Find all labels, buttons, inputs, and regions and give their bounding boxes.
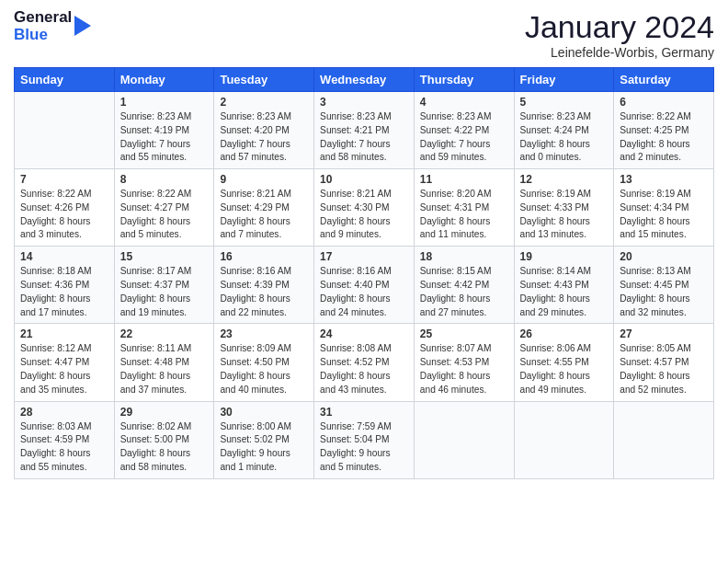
calendar-week-row: 21Sunrise: 8:12 AMSunset: 4:47 PMDayligh…: [15, 324, 714, 401]
cell-content: Sunrise: 8:20 AMSunset: 4:31 PMDaylight:…: [420, 188, 508, 242]
day-number: 12: [520, 173, 609, 186]
calendar-cell: 29Sunrise: 8:02 AMSunset: 5:00 PMDayligh…: [114, 401, 214, 478]
cell-content: Sunrise: 8:21 AMSunset: 4:30 PMDaylight:…: [320, 188, 408, 242]
calendar-cell: 11Sunrise: 8:20 AMSunset: 4:31 PMDayligh…: [414, 169, 514, 247]
page-container: General Blue January 2024 Leinefelde-Wor…: [0, 0, 728, 488]
day-number: 20: [620, 250, 708, 263]
day-number: 31: [320, 406, 408, 419]
day-number: 9: [220, 173, 308, 186]
calendar-cell: 4Sunrise: 8:23 AMSunset: 4:22 PMDaylight…: [414, 92, 514, 169]
day-number: 7: [20, 173, 108, 186]
calendar-cell: [414, 401, 514, 478]
cell-content: Sunrise: 8:23 AMSunset: 4:19 PMDaylight:…: [120, 110, 209, 165]
calendar-cell: 23Sunrise: 8:09 AMSunset: 4:50 PMDayligh…: [214, 324, 314, 401]
cell-content: Sunrise: 8:03 AMSunset: 4:59 PMDaylight:…: [20, 420, 108, 475]
cell-content: Sunrise: 8:23 AMSunset: 4:20 PMDaylight:…: [220, 110, 308, 165]
cell-content: Sunrise: 8:00 AMSunset: 5:02 PMDaylight:…: [220, 420, 308, 475]
day-number: 29: [120, 406, 209, 419]
calendar-week-row: 7Sunrise: 8:22 AMSunset: 4:26 PMDaylight…: [15, 169, 714, 247]
col-header-saturday: Saturday: [614, 68, 714, 92]
cell-content: Sunrise: 8:18 AMSunset: 4:36 PMDaylight:…: [20, 265, 108, 319]
logo: General Blue: [14, 9, 91, 43]
day-number: 22: [120, 327, 209, 340]
calendar-cell: 12Sunrise: 8:19 AMSunset: 4:33 PMDayligh…: [514, 169, 614, 247]
calendar-cell: 31Sunrise: 7:59 AMSunset: 5:04 PMDayligh…: [314, 401, 415, 478]
calendar-cell: 25Sunrise: 8:07 AMSunset: 4:53 PMDayligh…: [414, 324, 514, 401]
calendar-cell: 22Sunrise: 8:11 AMSunset: 4:48 PMDayligh…: [114, 324, 214, 401]
day-number: 10: [320, 173, 408, 186]
calendar-cell: 1Sunrise: 8:23 AMSunset: 4:19 PMDaylight…: [114, 92, 214, 169]
calendar-cell: 21Sunrise: 8:12 AMSunset: 4:47 PMDayligh…: [15, 324, 115, 401]
calendar-cell: 14Sunrise: 8:18 AMSunset: 4:36 PMDayligh…: [15, 247, 115, 324]
cell-content: Sunrise: 8:22 AMSunset: 4:27 PMDaylight:…: [120, 188, 209, 242]
logo-arrow-icon: [74, 16, 91, 36]
cell-content: Sunrise: 8:06 AMSunset: 4:55 PMDaylight:…: [520, 342, 609, 396]
cell-content: Sunrise: 8:13 AMSunset: 4:45 PMDaylight:…: [620, 265, 708, 319]
day-number: 15: [120, 250, 209, 263]
calendar-cell: 19Sunrise: 8:14 AMSunset: 4:43 PMDayligh…: [514, 247, 614, 324]
title-area: January 2024 Leinefelde-Worbis, Germany: [525, 9, 714, 60]
day-number: 3: [320, 96, 408, 109]
day-number: 17: [320, 250, 408, 263]
cell-content: Sunrise: 7:59 AMSunset: 5:04 PMDaylight:…: [320, 420, 408, 475]
calendar-cell: 6Sunrise: 8:22 AMSunset: 4:25 PMDaylight…: [614, 92, 714, 169]
cell-content: Sunrise: 8:15 AMSunset: 4:42 PMDaylight:…: [420, 265, 508, 319]
calendar-cell: 13Sunrise: 8:19 AMSunset: 4:34 PMDayligh…: [614, 169, 714, 247]
col-header-monday: Monday: [114, 68, 214, 92]
day-number: 1: [120, 96, 209, 109]
svg-marker-0: [74, 16, 91, 36]
cell-content: Sunrise: 8:23 AMSunset: 4:24 PMDaylight:…: [520, 110, 609, 165]
calendar-cell: [15, 92, 115, 169]
col-header-wednesday: Wednesday: [314, 68, 415, 92]
calendar-cell: [614, 401, 714, 478]
day-number: 19: [520, 250, 609, 263]
location-subtitle: Leinefelde-Worbis, Germany: [525, 45, 714, 60]
calendar-cell: 27Sunrise: 8:05 AMSunset: 4:57 PMDayligh…: [614, 324, 714, 401]
day-number: 11: [420, 173, 508, 186]
day-number: 23: [220, 327, 308, 340]
calendar-cell: 20Sunrise: 8:13 AMSunset: 4:45 PMDayligh…: [614, 247, 714, 324]
calendar-week-row: 1Sunrise: 8:23 AMSunset: 4:19 PMDaylight…: [15, 92, 714, 169]
calendar-cell: 16Sunrise: 8:16 AMSunset: 4:39 PMDayligh…: [214, 247, 314, 324]
calendar-cell: 26Sunrise: 8:06 AMSunset: 4:55 PMDayligh…: [514, 324, 614, 401]
calendar-cell: 10Sunrise: 8:21 AMSunset: 4:30 PMDayligh…: [314, 169, 415, 247]
cell-content: Sunrise: 8:19 AMSunset: 4:34 PMDaylight:…: [620, 188, 708, 242]
day-number: 13: [620, 173, 708, 186]
cell-content: Sunrise: 8:19 AMSunset: 4:33 PMDaylight:…: [520, 188, 609, 242]
cell-content: Sunrise: 8:14 AMSunset: 4:43 PMDaylight:…: [520, 265, 609, 319]
cell-content: Sunrise: 8:08 AMSunset: 4:52 PMDaylight:…: [320, 342, 408, 396]
calendar-cell: 2Sunrise: 8:23 AMSunset: 4:20 PMDaylight…: [214, 92, 314, 169]
cell-content: Sunrise: 8:05 AMSunset: 4:57 PMDaylight:…: [620, 342, 708, 396]
day-number: 26: [520, 327, 609, 340]
cell-content: Sunrise: 8:23 AMSunset: 4:22 PMDaylight:…: [420, 110, 508, 165]
day-number: 8: [120, 173, 209, 186]
calendar-week-row: 28Sunrise: 8:03 AMSunset: 4:59 PMDayligh…: [15, 401, 714, 478]
day-number: 18: [420, 250, 508, 263]
cell-content: Sunrise: 8:09 AMSunset: 4:50 PMDaylight:…: [220, 342, 308, 396]
calendar-cell: 7Sunrise: 8:22 AMSunset: 4:26 PMDaylight…: [15, 169, 115, 247]
day-number: 2: [220, 96, 308, 109]
calendar-cell: 24Sunrise: 8:08 AMSunset: 4:52 PMDayligh…: [314, 324, 415, 401]
calendar-cell: [514, 401, 614, 478]
cell-content: Sunrise: 8:21 AMSunset: 4:29 PMDaylight:…: [220, 188, 308, 242]
col-header-tuesday: Tuesday: [214, 68, 314, 92]
day-number: 25: [420, 327, 508, 340]
calendar-cell: 18Sunrise: 8:15 AMSunset: 4:42 PMDayligh…: [414, 247, 514, 324]
day-number: 4: [420, 96, 508, 109]
calendar-cell: 8Sunrise: 8:22 AMSunset: 4:27 PMDaylight…: [114, 169, 214, 247]
calendar-cell: 28Sunrise: 8:03 AMSunset: 4:59 PMDayligh…: [15, 401, 115, 478]
logo-blue: Blue: [14, 27, 72, 44]
day-number: 16: [220, 250, 308, 263]
calendar-cell: 17Sunrise: 8:16 AMSunset: 4:40 PMDayligh…: [314, 247, 415, 324]
col-header-thursday: Thursday: [414, 68, 514, 92]
day-number: 14: [20, 250, 108, 263]
cell-content: Sunrise: 8:17 AMSunset: 4:37 PMDaylight:…: [120, 265, 209, 319]
col-header-sunday: Sunday: [15, 68, 115, 92]
day-number: 5: [520, 96, 609, 109]
cell-content: Sunrise: 8:23 AMSunset: 4:21 PMDaylight:…: [320, 110, 408, 165]
calendar-header-row: SundayMondayTuesdayWednesdayThursdayFrid…: [15, 68, 714, 92]
day-number: 28: [20, 406, 108, 419]
calendar-table: SundayMondayTuesdayWednesdayThursdayFrid…: [14, 67, 714, 479]
day-number: 30: [220, 406, 308, 419]
day-number: 27: [620, 327, 708, 340]
